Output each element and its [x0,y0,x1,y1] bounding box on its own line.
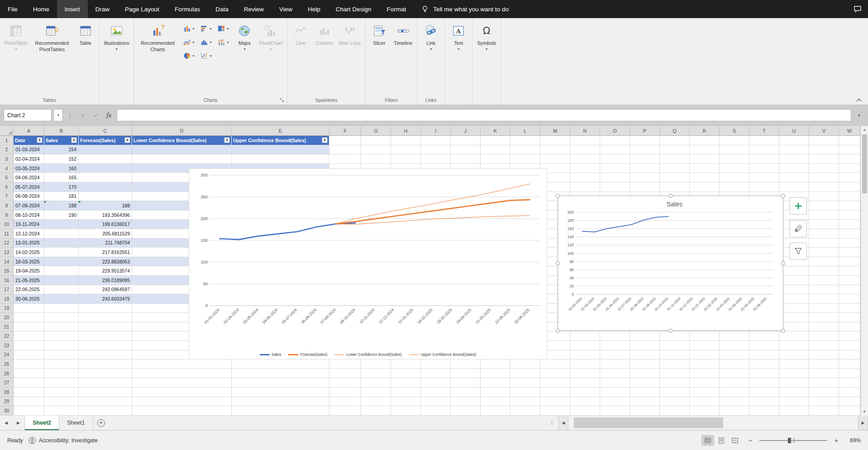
column-header-m[interactable]: M [540,126,570,135]
cell-D2[interactable] [132,145,232,155]
cell-I26[interactable] [421,369,451,378]
recommended-pivottables-button[interactable]: Recommended PivotTables [31,19,73,54]
cell-J1[interactable] [451,136,481,145]
selection-handle[interactable] [556,194,560,198]
cell-S2[interactable] [720,145,749,155]
cell-V19[interactable] [809,304,839,313]
cell-P26[interactable] [630,369,660,378]
cell-U18[interactable] [779,294,809,304]
cell-O27[interactable] [600,378,630,388]
cell-W24[interactable] [839,350,860,360]
cell-C19[interactable] [79,304,132,313]
cell-N24[interactable] [570,350,600,360]
cell-C29[interactable] [79,397,132,407]
cell-O6[interactable] [600,182,630,192]
cell-N1[interactable] [570,136,600,145]
cell-W28[interactable] [839,388,860,397]
cell-A22[interactable] [14,331,44,341]
cell-A19[interactable] [14,304,44,313]
cell-A13[interactable]: 14-02-2025 [14,248,44,257]
insert-combo-chart-button[interactable]: ▾ [218,38,229,46]
cell-N23[interactable] [570,341,600,350]
tab-formulas[interactable]: Formulas [167,0,208,18]
cell-S6[interactable] [720,182,749,192]
cell-V29[interactable] [809,397,839,407]
row-header-23[interactable]: 23 [0,341,14,350]
zoom-in-button[interactable]: + [833,437,839,444]
cell-I3[interactable] [421,154,451,164]
cell-W29[interactable] [839,397,860,407]
cell-A12[interactable]: 13-01-2025 [14,239,44,248]
cell-R1[interactable] [690,136,720,145]
cell-T24[interactable] [749,350,779,360]
select-all-corner[interactable] [0,126,14,135]
recommended-charts-button[interactable]: ?Recommended Charts [136,19,179,54]
cell-E28[interactable] [232,388,329,397]
filter-dropdown-icon[interactable]: ▼ [124,137,130,143]
row-header-12[interactable]: 12 [0,239,14,248]
cell-F2[interactable] [329,145,361,155]
cell-C17[interactable]: 242.0864597 [79,285,132,295]
pivotchart-button[interactable]: PivotChart▾ [257,19,284,52]
chart-filters-button[interactable] [790,243,807,260]
cell-M25[interactable] [540,359,570,369]
tab-insert[interactable]: Insert [57,0,88,18]
cell-R3[interactable] [690,154,720,164]
column-header-r[interactable]: R [690,126,720,135]
row-header-25[interactable]: 25 [0,359,14,369]
cell-F25[interactable] [329,359,361,369]
cell-Q29[interactable] [660,397,690,407]
cell-W25[interactable] [839,359,860,369]
tab-help[interactable]: Help [300,0,328,18]
cell-W20[interactable] [839,313,860,322]
cell-T23[interactable] [749,341,779,350]
sales-chart[interactable]: Sales02040608010012014016018020001-03-20… [558,196,783,331]
cell-K26[interactable] [481,369,510,378]
cell-U23[interactable] [779,341,809,350]
horizontal-scrollbar[interactable] [568,416,858,430]
cell-K1[interactable] [481,136,510,145]
cell-S22[interactable] [720,331,749,341]
cell-C21[interactable] [79,322,132,332]
cell-W30[interactable] [839,406,860,416]
cell-N22[interactable] [570,331,600,341]
cell-W6[interactable] [839,182,860,192]
cell-Q22[interactable] [660,331,690,341]
cell-Q5[interactable] [660,173,690,182]
cell-H26[interactable] [391,369,421,378]
cell-T27[interactable] [749,378,779,388]
cell-S23[interactable] [720,341,749,350]
row-header-17[interactable]: 17 [0,285,14,295]
cell-O4[interactable] [600,164,630,173]
cell-W8[interactable] [839,201,860,211]
column-header-l[interactable]: L [510,126,540,135]
cell-R5[interactable] [690,173,720,182]
cell-A30[interactable] [14,406,44,416]
cell-B8[interactable]: 188 [44,201,79,211]
cell-D30[interactable] [132,406,232,416]
cell-M29[interactable] [540,397,570,407]
cell-A5[interactable]: 04-06-2024 [14,173,44,182]
cell-V8[interactable] [809,201,839,211]
cell-S3[interactable] [720,154,749,164]
cell-J30[interactable] [451,406,481,416]
row-header-29[interactable]: 29 [0,397,14,407]
cell-V24[interactable] [809,350,839,360]
cell-V30[interactable] [809,406,839,416]
text-button[interactable]: AText▾ [447,19,470,52]
cell-K25[interactable] [481,359,510,369]
cell-U5[interactable] [779,173,809,182]
cell-L25[interactable] [510,359,540,369]
cell-J27[interactable] [451,378,481,388]
cell-C28[interactable] [79,388,132,397]
cell-T3[interactable] [749,154,779,164]
cell-R22[interactable] [690,331,720,341]
column-header-o[interactable]: O [600,126,630,135]
cell-V5[interactable] [809,173,839,182]
cell-C18[interactable]: 243.6033475 [79,294,132,304]
cell-M2[interactable] [540,145,570,155]
cell-C9[interactable]: 193.3564396 [79,211,132,220]
cell-B7[interactable]: 181 [44,192,79,201]
selection-handle[interactable] [668,329,672,333]
cell-B29[interactable] [44,397,79,407]
